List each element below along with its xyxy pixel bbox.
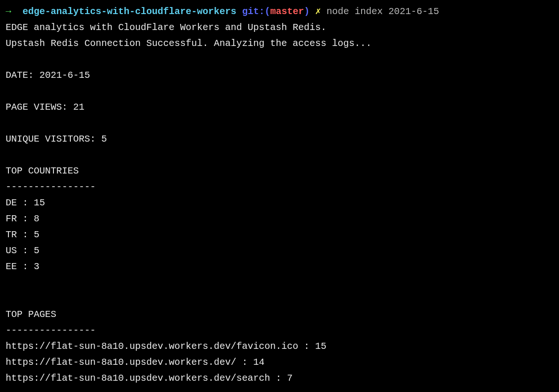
blank-line [6,291,553,307]
blank-line [6,147,553,163]
unique-visitors-value: 5 [101,134,107,144]
prompt-directory: edge-analytics-with-cloudflare-workers [23,6,236,17]
country-row: TR : 5 [6,227,553,243]
prompt-paren-open: ( [264,6,270,17]
top-countries-divider: ---------------- [6,179,553,195]
top-countries-header: TOP COUNTRIES [6,163,553,179]
pageviews-value: 21 [73,102,84,113]
output-line-intro1: EDGE analytics with CloudFlare Workers a… [6,20,553,36]
output-unique-visitors: UNIQUE VISITORS: 5 [6,131,553,147]
prompt-dirty-icon: ✗ [315,6,321,17]
prompt-command: node index 2021-6-15 [326,6,439,17]
top-pages-divider: ---------------- [6,323,553,339]
prompt-git-label: git: [242,6,264,17]
date-label: DATE: [6,70,39,81]
shell-prompt[interactable]: → edge-analytics-with-cloudflare-workers… [6,4,553,20]
blank-line [6,275,553,291]
blank-line [6,83,553,99]
output-pageviews: PAGE VIEWS: 21 [6,99,553,115]
blank-line [6,115,553,131]
unique-visitors-label: UNIQUE VISITORS: [6,134,101,144]
country-row: DE : 15 [6,195,553,211]
output-line-intro2: Upstash Redis Connection Successful. Ana… [6,36,553,52]
page-row: https://flat-sun-8a10.upsdev.workers.dev… [6,339,553,354]
country-row: US : 5 [6,243,553,259]
pageviews-label: PAGE VIEWS: [6,102,73,113]
top-pages-header: TOP PAGES [6,307,553,323]
country-row: EE : 3 [6,259,553,275]
output-date: DATE: 2021-6-15 [6,68,553,83]
page-row: https://flat-sun-8a10.upsdev.workers.dev… [6,354,553,370]
country-row: FR : 8 [6,211,553,227]
prompt-branch: master [270,6,304,17]
prompt-paren-close: ) [304,6,310,17]
prompt-arrow-icon: → [6,6,11,17]
blank-line [6,52,553,68]
page-row: https://flat-sun-8a10.upsdev.workers.dev… [6,370,553,386]
date-value: 2021-6-15 [39,70,90,81]
